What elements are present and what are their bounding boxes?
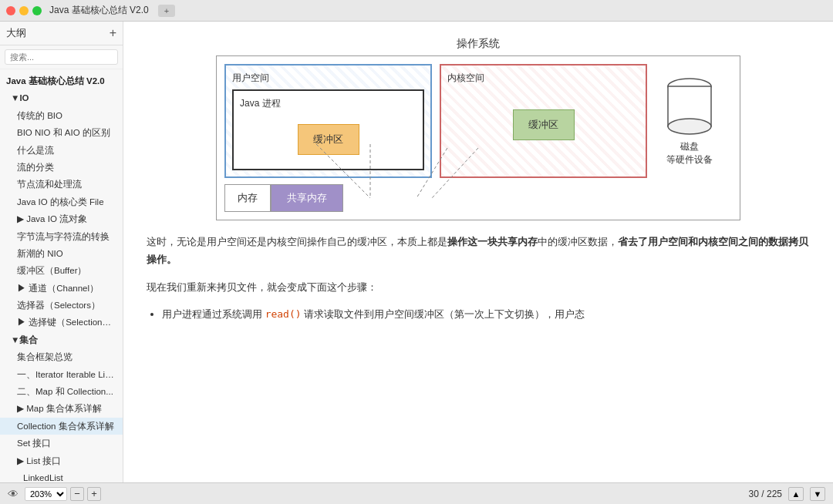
sidebar-item-buffer[interactable]: 缓冲区（Buffer） <box>0 262 123 279</box>
title-bar: Java 基础核心总结 V2.0 + <box>0 0 833 22</box>
sidebar-add-button[interactable]: + <box>110 27 116 39</box>
bullet-list: 用户进程通过系统调用 read() 请求读取文件到用户空间缓冲区（第一次上下文切… <box>162 305 810 323</box>
sidebar-item-io[interactable]: ▼IO <box>0 89 123 106</box>
sidebar-item-selectors[interactable]: 选择器（Selectors） <box>0 297 123 314</box>
window-title: Java 基础核心总结 V2.0 <box>49 4 149 17</box>
sidebar-item-root[interactable]: Java 基础核心总结 V2.0 <box>0 72 123 89</box>
diagram-container: 操作系统 用户空间 Java 进程 缓冲区 <box>216 37 740 220</box>
shared-memory-box: 共享内存 <box>271 184 343 212</box>
sidebar-item-bio[interactable]: 传统的 BIO <box>0 107 123 124</box>
buffer-orange: 缓冲区 <box>298 124 359 155</box>
sidebar-item-char-stream[interactable]: 字节流与字符流的转换 <box>0 228 123 245</box>
zones-row: 用户空间 Java 进程 缓冲区 内核空间 <box>224 64 732 178</box>
sidebar-item-iterator[interactable]: 一、Iterator Iterable Lis... <box>0 366 123 383</box>
java-process-label: Java 进程 <box>240 97 416 110</box>
sidebar: 大纲 + Java 基础核心总结 V2.0▼IO传统的 BIOBIO NIO 和… <box>0 22 123 482</box>
sidebar-header: 大纲 + <box>0 22 123 45</box>
sidebar-item-list-iface[interactable]: ▶ List 接口 <box>0 452 123 469</box>
java-process-box: Java 进程 缓冲区 <box>232 89 424 170</box>
diagram-outer: 用户空间 Java 进程 缓冲区 内核空间 <box>216 55 740 220</box>
eye-icon: 👁 <box>8 488 19 500</box>
bottom-bar: 👁 203% − + 30 / 225 ▲ ▼ <box>0 482 833 504</box>
sidebar-item-bio-nio[interactable]: BIO NIO 和 AIO 的区别 <box>0 124 123 141</box>
main-layout: 大纲 + Java 基础核心总结 V2.0▼IO传统的 BIOBIO NIO 和… <box>0 22 833 482</box>
zoom-select[interactable]: 203% <box>25 487 67 501</box>
sidebar-item-stream-type[interactable]: 流的分类 <box>0 159 123 176</box>
sidebar-item-linkedlist[interactable]: LinkedList <box>0 469 123 482</box>
disk-label: 磁盘 等硬件设备 <box>666 140 713 166</box>
buffer-green: 缓冲区 <box>513 109 575 140</box>
next-page-button[interactable]: ▼ <box>810 487 825 501</box>
zoom-out-button[interactable]: − <box>70 487 84 501</box>
bullet1: 用户进程通过系统调用 read() 请求读取文件到用户空间缓冲区（第一次上下文切… <box>162 305 810 323</box>
sidebar-item-node-stream[interactable]: 节点流和处理流 <box>0 176 123 193</box>
sidebar-title: 大纲 <box>6 26 26 40</box>
sidebar-item-java-io-stream[interactable]: ▶ Java IO 流对象 <box>0 210 123 227</box>
maximize-button[interactable] <box>32 6 42 15</box>
diagram-wrapper: 操作系统 用户空间 Java 进程 缓冲区 <box>147 37 810 220</box>
text-content: 这时，无论是用户空间还是内核空间操作自己的缓冲区，本质上都是操作这一块共享内存中… <box>147 233 810 327</box>
zoom-in-button[interactable]: + <box>87 487 101 501</box>
sidebar-item-java-io-file[interactable]: Java IO 的核心类 File <box>0 193 123 210</box>
kernel-space-label: 内核空间 <box>447 72 639 85</box>
kernel-content: 缓冲区 <box>447 89 639 146</box>
disk-cylinder: 磁盘 等硬件设备 <box>663 76 717 166</box>
page-info: 30 / 225 <box>749 489 782 499</box>
minimize-button[interactable] <box>19 6 29 15</box>
sidebar-item-selection-key[interactable]: ▶ 选择键（SelectionKey） <box>0 314 123 331</box>
para1: 这时，无论是用户空间还是内核空间操作自己的缓冲区，本质上都是操作这一块共享内存中… <box>147 233 810 269</box>
svg-point-2 <box>668 119 711 134</box>
new-tab-button[interactable]: + <box>158 5 175 17</box>
sidebar-item-collection-detail[interactable]: Collection 集合体系详解 <box>0 418 123 435</box>
user-space-label: 用户空间 <box>232 72 424 85</box>
sidebar-item-channel[interactable]: ▶ 通道（Channel） <box>0 280 123 297</box>
memory-box: 内存 <box>224 184 271 212</box>
sidebar-item-collection[interactable]: ▼集合 <box>0 331 123 348</box>
memory-row: 内存 共享内存 <box>224 184 732 212</box>
disk-svg <box>663 76 717 137</box>
para2: 现在我们重新来拷贝文件，就会变成下面这个步骤： <box>147 278 810 296</box>
sidebar-item-set-iface[interactable]: Set 接口 <box>0 435 123 452</box>
user-space: 用户空间 Java 进程 缓冲区 <box>224 64 432 178</box>
window-controls[interactable] <box>6 6 42 15</box>
close-button[interactable] <box>6 6 15 15</box>
search-input[interactable] <box>5 49 118 65</box>
zoom-control: 203% − + <box>25 487 101 501</box>
sidebar-item-map-detail[interactable]: ▶ Map 集合体系详解 <box>0 400 123 417</box>
search-box <box>0 45 123 69</box>
kernel-space: 内核空间 缓冲区 <box>440 64 647 178</box>
sidebar-tree: Java 基础核心总结 V2.0▼IO传统的 BIOBIO NIO 和 AIO … <box>0 69 123 482</box>
prev-page-button[interactable]: ▲ <box>788 487 804 501</box>
disk-container: 磁盘 等硬件设备 <box>647 64 732 178</box>
sidebar-item-map-collection[interactable]: 二、Map 和 Collection... <box>0 383 123 400</box>
diagram-box: 用户空间 Java 进程 缓冲区 内核空间 <box>216 55 740 220</box>
sidebar-item-collection-overview[interactable]: 集合框架总览 <box>0 348 123 365</box>
sidebar-item-new-nio[interactable]: 新潮的 NIO <box>0 245 123 262</box>
os-label: 操作系统 <box>216 37 740 51</box>
sidebar-item-stream[interactable]: 什么是流 <box>0 142 123 159</box>
content-area: 操作系统 用户空间 Java 进程 缓冲区 <box>123 22 833 482</box>
